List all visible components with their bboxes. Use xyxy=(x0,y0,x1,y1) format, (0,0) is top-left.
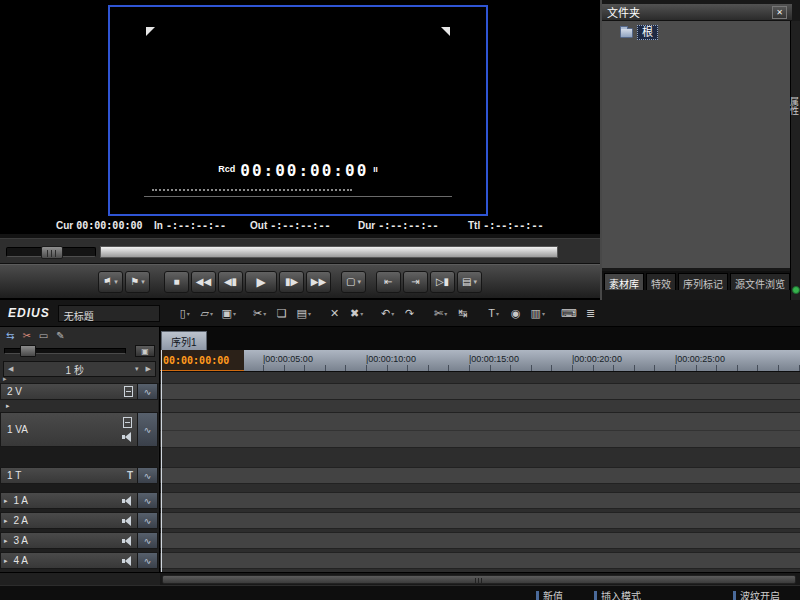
tab-sequence-markers[interactable]: 序列标记 xyxy=(678,273,728,290)
video-enable-icon[interactable] xyxy=(124,386,133,397)
audio-mixer-button[interactable]: ≣ xyxy=(580,303,602,323)
paste-button[interactable]: ▤▾ xyxy=(293,303,315,323)
zoom-left-arrow-icon[interactable]: ◀ xyxy=(4,365,17,373)
stop-button[interactable]: ■ xyxy=(164,271,189,293)
voice-over-button[interactable]: ◉ xyxy=(505,303,527,323)
patch-icon[interactable]: ∿ xyxy=(137,513,157,528)
shuttle-handle[interactable] xyxy=(41,246,63,259)
fast-forward-button[interactable]: ▶▶ xyxy=(306,271,331,293)
rewind-button[interactable]: ◀◀ xyxy=(191,271,216,293)
expander-icon[interactable]: ▸ xyxy=(4,557,8,565)
timeline-lane-4a[interactable] xyxy=(160,552,800,569)
scrollbar-thumb[interactable] xyxy=(162,575,796,584)
draw-mode-icon[interactable]: ✎ xyxy=(56,330,64,341)
expander-icon[interactable]: ▸ xyxy=(6,402,10,410)
timeline-lane-2v[interactable] xyxy=(160,383,800,400)
audio-enable-icon[interactable] xyxy=(122,516,133,526)
bin-title-bar[interactable]: 文件夹 ✕ xyxy=(602,4,792,21)
status-item-insert-mode[interactable]: 插入模式 xyxy=(594,588,641,600)
keyboard-shortcuts-button[interactable]: ⌨ xyxy=(558,303,580,323)
select-mode-icon[interactable]: ▭ xyxy=(39,330,48,341)
audio-enable-icon[interactable] xyxy=(122,536,133,546)
match-frame-button[interactable]: ↹ xyxy=(452,303,474,323)
timeline-lane-1a[interactable] xyxy=(160,492,800,509)
zoom-right-arrow-icon[interactable]: ▶ xyxy=(142,365,155,373)
bin-folder-tree[interactable]: 根 xyxy=(602,21,790,268)
audio-enable-icon[interactable] xyxy=(122,432,133,442)
cut-button[interactable]: ✂▾ xyxy=(249,303,271,323)
dropdown-icon[interactable]: ▾ xyxy=(357,278,361,286)
timeline-zoom-preset[interactable]: ◀ 1 秒 ▾ ▶ xyxy=(3,361,156,377)
expander-icon[interactable]: ▸ xyxy=(4,517,8,525)
audio-enable-icon[interactable] xyxy=(122,556,133,566)
status-item-ripple-on[interactable]: 波纹开启 xyxy=(733,588,780,600)
panel-expander-icon[interactable]: ▸ xyxy=(3,375,7,383)
patch-icon[interactable]: ∿ xyxy=(137,533,157,548)
track-header-4a[interactable]: ▸ 4 A ∿ xyxy=(0,552,158,569)
dropdown-icon[interactable]: ▾ xyxy=(187,310,190,317)
dropdown-icon[interactable]: ▾ xyxy=(210,310,213,317)
export-button[interactable]: ▤▾ xyxy=(457,271,482,293)
timeline-lane-1va[interactable] xyxy=(160,412,800,448)
bin-root-folder-item[interactable]: 根 xyxy=(620,25,790,40)
patch-icon[interactable]: ∿ xyxy=(137,413,157,446)
track-header-1t[interactable]: 1 T T ∿ xyxy=(0,467,158,484)
display-mode-button[interactable]: ▢▾ xyxy=(341,271,366,293)
dropdown-icon[interactable]: ▾ xyxy=(308,310,311,317)
fit-to-window-button[interactable]: ▣ xyxy=(135,345,155,357)
patch-icon[interactable]: ∿ xyxy=(137,553,157,568)
delete-button[interactable]: ✕ xyxy=(324,303,346,323)
dropdown-icon[interactable]: ▾ xyxy=(360,310,363,317)
patch-icon[interactable]: ∿ xyxy=(137,493,157,508)
tab-source-browser[interactable]: 源文件浏览 xyxy=(730,273,790,290)
track-header-2v[interactable]: 2 V ∿ xyxy=(0,383,158,400)
track-expander-strip[interactable]: ▸ xyxy=(0,400,158,412)
set-in-marker-button[interactable]: ⚑▾ xyxy=(98,271,123,293)
prev-frame-button[interactable]: ◀▮ xyxy=(218,271,243,293)
copy-button[interactable]: ❏ xyxy=(271,303,293,323)
tab-properties-vertical[interactable]: 属性 xyxy=(791,97,800,115)
dropdown-icon[interactable]: ▾ xyxy=(444,310,447,317)
goto-out-button[interactable]: ⇥ xyxy=(403,271,428,293)
replace-button[interactable]: ✖▾ xyxy=(346,303,368,323)
timeline-lane-2a[interactable] xyxy=(160,512,800,529)
playhead[interactable] xyxy=(161,350,162,572)
title-track-icon[interactable]: T xyxy=(127,470,133,481)
play-around-button[interactable]: ▷▮ xyxy=(430,271,455,293)
dropdown-icon[interactable]: ▾ xyxy=(473,278,477,286)
close-icon[interactable]: ✕ xyxy=(772,6,787,19)
dropdown-icon[interactable]: ▾ xyxy=(542,310,545,317)
dropdown-icon[interactable]: ▾ xyxy=(114,278,118,286)
track-header-3a[interactable]: ▸ 3 A ∿ xyxy=(0,532,158,549)
timeline-lane-1t[interactable] xyxy=(160,467,800,484)
expander-icon[interactable]: ▸ xyxy=(4,537,8,545)
dropdown-icon[interactable]: ▾ xyxy=(391,310,394,317)
set-out-marker-button[interactable]: ⚑▾ xyxy=(125,271,150,293)
new-sequence-button[interactable]: ▯▾ xyxy=(174,303,196,323)
video-enable-icon[interactable] xyxy=(123,417,132,428)
next-frame-button[interactable]: ▮▶ xyxy=(279,271,304,293)
patch-icon[interactable]: ∿ xyxy=(137,384,157,399)
timeline-ruler[interactable]: |00:00:05:00 |00:00:10:00 |00:00:15:00 |… xyxy=(160,350,800,372)
dropdown-icon[interactable]: ▾ xyxy=(496,310,499,317)
undo-button[interactable]: ↶▾ xyxy=(377,303,399,323)
timeline-lanes-area[interactable] xyxy=(160,372,800,572)
track-header-2a[interactable]: ▸ 2 A ∿ xyxy=(0,512,158,529)
audio-enable-icon[interactable] xyxy=(122,496,133,506)
expander-icon[interactable]: ▸ xyxy=(4,497,8,505)
shuttle-slider[interactable] xyxy=(6,247,96,257)
add-cut-point-button[interactable]: ✄▾ xyxy=(430,303,452,323)
play-button[interactable]: ▶ xyxy=(245,271,277,293)
dropdown-icon[interactable]: ▾ xyxy=(263,310,266,317)
zoom-slider-handle[interactable] xyxy=(20,345,36,357)
color-bars-button[interactable]: ▥▾ xyxy=(527,303,549,323)
track-header-1va[interactable]: 1 VA ∿ xyxy=(0,412,158,447)
track-header-1a[interactable]: ▸ 1 A ∿ xyxy=(0,492,158,509)
zoom-dropdown-icon[interactable]: ▾ xyxy=(132,365,142,373)
sync-mode-icon[interactable]: ⇆ xyxy=(6,330,14,341)
timeline-lane-3a[interactable] xyxy=(160,532,800,549)
timeline-horizontal-scrollbar[interactable] xyxy=(160,572,800,585)
patch-icon[interactable]: ∿ xyxy=(137,468,157,483)
trim-mode-icon[interactable]: ✂ xyxy=(22,330,30,341)
dropdown-icon[interactable]: ▾ xyxy=(141,278,145,286)
